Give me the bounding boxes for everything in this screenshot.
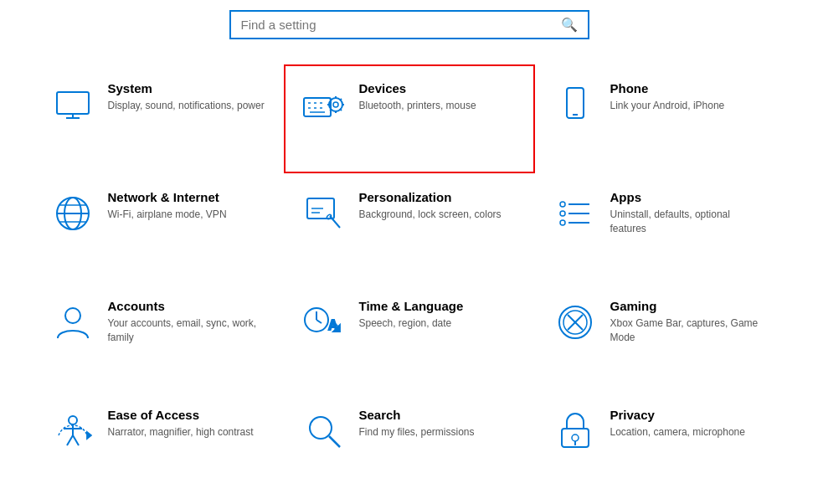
- gaming-icon: [553, 301, 597, 344]
- gaming-desc: Xbox Game Bar, captures, Game Mode: [610, 316, 768, 345]
- apps-title: Apps: [610, 190, 768, 204]
- privacy-icon: [553, 409, 597, 453]
- ease-icon: [51, 409, 95, 453]
- svg-point-57: [310, 417, 332, 439]
- ease-title: Ease of Access: [108, 408, 254, 422]
- time-icon: A: [302, 301, 346, 344]
- svg-line-55: [73, 435, 79, 445]
- phone-text: Phone Link your Android, iPhone: [610, 81, 725, 113]
- search-icon: 🔍: [561, 17, 578, 33]
- svg-point-13: [333, 102, 338, 107]
- svg-point-51: [69, 416, 77, 424]
- svg-point-36: [560, 211, 565, 216]
- search-bar: 🔍: [229, 10, 589, 39]
- accounts-desc: Your accounts, email, sync, work, family: [108, 316, 265, 345]
- tile-system[interactable]: System Display, sound, notifications, po…: [33, 64, 284, 173]
- gaming-title: Gaming: [610, 299, 768, 313]
- network-text: Network & Internet Wi-Fi, airplane mode,…: [108, 190, 227, 222]
- time-title: Time & Language: [359, 299, 464, 313]
- settings-grid: System Display, sound, notifications, po…: [33, 64, 786, 500]
- accounts-title: Accounts: [108, 299, 265, 313]
- apps-icon: [553, 192, 597, 235]
- search-title: Search: [359, 408, 475, 422]
- svg-line-30: [330, 216, 340, 228]
- svg-line-58: [329, 436, 340, 447]
- network-title: Network & Internet: [108, 190, 227, 204]
- search-tile-icon: [302, 409, 346, 453]
- search-desc: Find my files, permissions: [359, 425, 475, 440]
- network-desc: Wi-Fi, airplane mode, VPN: [108, 208, 227, 222]
- search-input[interactable]: [241, 18, 561, 32]
- ease-desc: Narrator, magnifier, high contrast: [108, 425, 254, 440]
- tile-network[interactable]: Network & Internet Wi-Fi, airplane mode,…: [33, 173, 284, 282]
- devices-text: Devices Bluetooth, printers, mouse: [359, 81, 476, 113]
- svg-rect-4: [304, 98, 331, 116]
- system-title: System: [108, 81, 265, 95]
- svg-marker-56: [87, 432, 91, 439]
- time-text: Time & Language Speech, region, date: [359, 299, 464, 331]
- privacy-desc: Location, camera, microphone: [610, 425, 745, 440]
- devices-icon: [302, 83, 346, 126]
- devices-title: Devices: [359, 81, 476, 95]
- system-icon: [51, 83, 95, 126]
- personalization-icon: [302, 192, 346, 235]
- tile-ease[interactable]: Ease of Access Narrator, magnifier, high…: [33, 391, 284, 500]
- system-desc: Display, sound, notifications, power: [108, 99, 265, 113]
- accounts-icon: [51, 301, 95, 344]
- svg-line-43: [316, 320, 322, 323]
- gaming-text: Gaming Xbox Game Bar, captures, Game Mod…: [610, 299, 768, 345]
- tile-search[interactable]: Search Find my files, permissions: [284, 391, 535, 500]
- tile-accounts[interactable]: Accounts Your accounts, email, sync, wor…: [33, 282, 284, 391]
- apps-desc: Uninstall, defaults, optional features: [610, 208, 768, 236]
- accounts-text: Accounts Your accounts, email, sync, wor…: [108, 299, 265, 345]
- time-desc: Speech, region, date: [359, 316, 464, 331]
- tile-time[interactable]: A Time & Language Speech, region, date: [284, 282, 535, 391]
- tile-apps[interactable]: Apps Uninstall, defaults, optional featu…: [535, 173, 786, 282]
- svg-point-38: [560, 220, 565, 225]
- svg-rect-0: [57, 92, 89, 114]
- tile-personalization[interactable]: Personalization Background, lock screen,…: [284, 173, 535, 282]
- phone-icon: [553, 83, 597, 126]
- svg-point-60: [572, 435, 579, 441]
- phone-desc: Link your Android, iPhone: [610, 99, 725, 113]
- ease-text: Ease of Access Narrator, magnifier, high…: [108, 408, 254, 440]
- personalization-desc: Background, lock screen, colors: [359, 208, 502, 222]
- apps-text: Apps Uninstall, defaults, optional featu…: [610, 190, 768, 236]
- personalization-title: Personalization: [359, 190, 502, 204]
- privacy-text: Privacy Location, camera, microphone: [610, 408, 745, 440]
- tile-devices[interactable]: Devices Bluetooth, printers, mouse: [284, 64, 535, 173]
- phone-title: Phone: [610, 81, 725, 95]
- tile-gaming[interactable]: Gaming Xbox Game Bar, captures, Game Mod…: [535, 282, 786, 391]
- search-text: Search Find my files, permissions: [359, 408, 475, 440]
- personalization-text: Personalization Background, lock screen,…: [359, 190, 502, 222]
- tile-phone[interactable]: Phone Link your Android, iPhone: [535, 64, 786, 173]
- search-bar-container: 🔍: [229, 10, 589, 39]
- svg-point-40: [65, 308, 80, 323]
- svg-rect-22: [567, 88, 584, 118]
- svg-point-34: [560, 202, 565, 207]
- tile-privacy[interactable]: Privacy Location, camera, microphone: [535, 391, 786, 500]
- devices-desc: Bluetooth, printers, mouse: [359, 99, 476, 113]
- svg-line-54: [67, 435, 73, 445]
- privacy-title: Privacy: [610, 408, 745, 422]
- system-text: System Display, sound, notifications, po…: [108, 81, 265, 113]
- network-icon: [51, 192, 95, 235]
